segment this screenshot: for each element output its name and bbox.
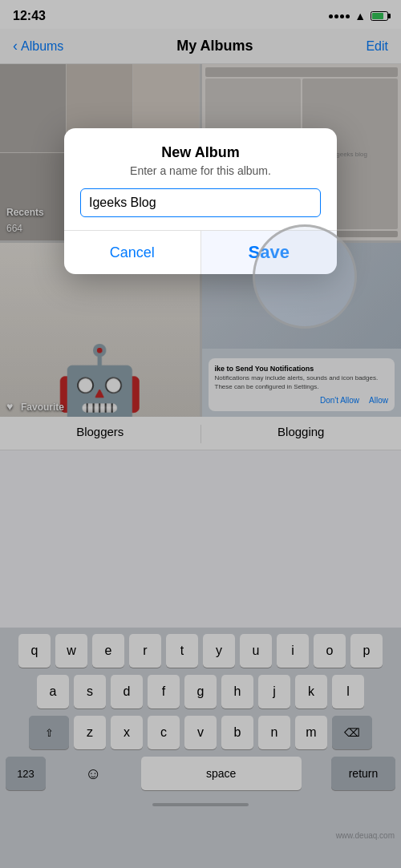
dialog-content: New Album Enter a name for this album. [64, 128, 337, 230]
cancel-button[interactable]: Cancel [64, 231, 201, 274]
dialog-subtitle: Enter a name for this album. [80, 164, 321, 177]
dialog-overlay: New Album Enter a name for this album. C… [0, 0, 401, 868]
new-album-dialog: New Album Enter a name for this album. C… [64, 128, 337, 274]
album-name-input[interactable] [80, 188, 321, 217]
save-button[interactable]: Save [201, 231, 338, 274]
dialog-title: New Album [80, 144, 321, 161]
dialog-buttons: Cancel Save [64, 230, 337, 274]
